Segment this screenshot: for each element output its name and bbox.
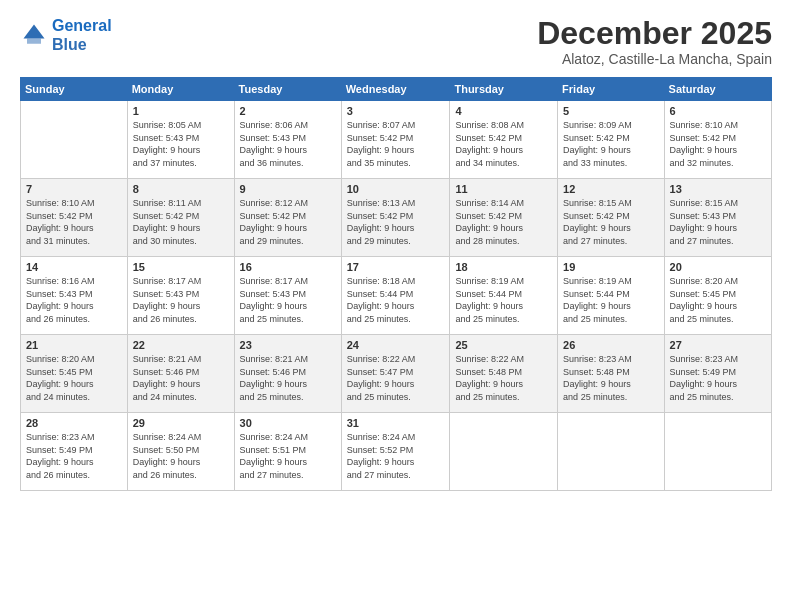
day-cell: 22Sunrise: 8:21 AM Sunset: 5:46 PM Dayli… [127, 335, 234, 413]
day-number: 25 [455, 339, 552, 351]
day-info: Sunrise: 8:24 AM Sunset: 5:52 PM Dayligh… [347, 431, 445, 481]
day-cell: 11Sunrise: 8:14 AM Sunset: 5:42 PM Dayli… [450, 179, 558, 257]
day-cell: 21Sunrise: 8:20 AM Sunset: 5:45 PM Dayli… [21, 335, 128, 413]
logo-line2: Blue [52, 36, 87, 53]
day-number: 12 [563, 183, 658, 195]
day-info: Sunrise: 8:20 AM Sunset: 5:45 PM Dayligh… [670, 275, 766, 325]
day-cell: 15Sunrise: 8:17 AM Sunset: 5:43 PM Dayli… [127, 257, 234, 335]
day-number: 22 [133, 339, 229, 351]
day-number: 7 [26, 183, 122, 195]
day-info: Sunrise: 8:24 AM Sunset: 5:51 PM Dayligh… [240, 431, 336, 481]
day-number: 18 [455, 261, 552, 273]
day-number: 20 [670, 261, 766, 273]
day-info: Sunrise: 8:19 AM Sunset: 5:44 PM Dayligh… [563, 275, 658, 325]
title-area: December 2025 Alatoz, Castille-La Mancha… [537, 16, 772, 67]
day-info: Sunrise: 8:15 AM Sunset: 5:42 PM Dayligh… [563, 197, 658, 247]
day-info: Sunrise: 8:22 AM Sunset: 5:48 PM Dayligh… [455, 353, 552, 403]
week-row-2: 7Sunrise: 8:10 AM Sunset: 5:42 PM Daylig… [21, 179, 772, 257]
day-number: 9 [240, 183, 336, 195]
day-number: 27 [670, 339, 766, 351]
day-info: Sunrise: 8:09 AM Sunset: 5:42 PM Dayligh… [563, 119, 658, 169]
day-info: Sunrise: 8:12 AM Sunset: 5:42 PM Dayligh… [240, 197, 336, 247]
day-info: Sunrise: 8:23 AM Sunset: 5:49 PM Dayligh… [26, 431, 122, 481]
day-cell: 4Sunrise: 8:08 AM Sunset: 5:42 PM Daylig… [450, 101, 558, 179]
day-info: Sunrise: 8:22 AM Sunset: 5:47 PM Dayligh… [347, 353, 445, 403]
day-number: 21 [26, 339, 122, 351]
day-cell: 6Sunrise: 8:10 AM Sunset: 5:42 PM Daylig… [664, 101, 771, 179]
day-info: Sunrise: 8:23 AM Sunset: 5:48 PM Dayligh… [563, 353, 658, 403]
svg-rect-1 [27, 39, 41, 44]
day-info: Sunrise: 8:08 AM Sunset: 5:42 PM Dayligh… [455, 119, 552, 169]
day-cell: 13Sunrise: 8:15 AM Sunset: 5:43 PM Dayli… [664, 179, 771, 257]
header-cell-sunday: Sunday [21, 78, 128, 101]
day-info: Sunrise: 8:06 AM Sunset: 5:43 PM Dayligh… [240, 119, 336, 169]
day-info: Sunrise: 8:19 AM Sunset: 5:44 PM Dayligh… [455, 275, 552, 325]
day-number: 23 [240, 339, 336, 351]
day-info: Sunrise: 8:21 AM Sunset: 5:46 PM Dayligh… [240, 353, 336, 403]
header-cell-thursday: Thursday [450, 78, 558, 101]
day-number: 6 [670, 105, 766, 117]
day-cell: 26Sunrise: 8:23 AM Sunset: 5:48 PM Dayli… [558, 335, 664, 413]
location-title: Alatoz, Castille-La Mancha, Spain [537, 51, 772, 67]
day-cell [558, 413, 664, 491]
day-cell: 19Sunrise: 8:19 AM Sunset: 5:44 PM Dayli… [558, 257, 664, 335]
day-info: Sunrise: 8:18 AM Sunset: 5:44 PM Dayligh… [347, 275, 445, 325]
header-row: SundayMondayTuesdayWednesdayThursdayFrid… [21, 78, 772, 101]
logo-line1: General [52, 17, 112, 34]
day-cell: 9Sunrise: 8:12 AM Sunset: 5:42 PM Daylig… [234, 179, 341, 257]
day-cell: 12Sunrise: 8:15 AM Sunset: 5:42 PM Dayli… [558, 179, 664, 257]
day-info: Sunrise: 8:07 AM Sunset: 5:42 PM Dayligh… [347, 119, 445, 169]
day-cell: 25Sunrise: 8:22 AM Sunset: 5:48 PM Dayli… [450, 335, 558, 413]
day-info: Sunrise: 8:10 AM Sunset: 5:42 PM Dayligh… [26, 197, 122, 247]
day-cell: 28Sunrise: 8:23 AM Sunset: 5:49 PM Dayli… [21, 413, 128, 491]
day-number: 2 [240, 105, 336, 117]
week-row-5: 28Sunrise: 8:23 AM Sunset: 5:49 PM Dayli… [21, 413, 772, 491]
header: General Blue December 2025 Alatoz, Casti… [20, 16, 772, 67]
day-cell [21, 101, 128, 179]
header-cell-wednesday: Wednesday [341, 78, 450, 101]
day-cell: 5Sunrise: 8:09 AM Sunset: 5:42 PM Daylig… [558, 101, 664, 179]
day-number: 5 [563, 105, 658, 117]
day-cell: 30Sunrise: 8:24 AM Sunset: 5:51 PM Dayli… [234, 413, 341, 491]
day-info: Sunrise: 8:24 AM Sunset: 5:50 PM Dayligh… [133, 431, 229, 481]
day-number: 16 [240, 261, 336, 273]
day-number: 28 [26, 417, 122, 429]
day-info: Sunrise: 8:16 AM Sunset: 5:43 PM Dayligh… [26, 275, 122, 325]
day-cell: 14Sunrise: 8:16 AM Sunset: 5:43 PM Dayli… [21, 257, 128, 335]
day-number: 29 [133, 417, 229, 429]
day-info: Sunrise: 8:21 AM Sunset: 5:46 PM Dayligh… [133, 353, 229, 403]
day-info: Sunrise: 8:20 AM Sunset: 5:45 PM Dayligh… [26, 353, 122, 403]
day-number: 19 [563, 261, 658, 273]
day-info: Sunrise: 8:10 AM Sunset: 5:42 PM Dayligh… [670, 119, 766, 169]
day-cell: 23Sunrise: 8:21 AM Sunset: 5:46 PM Dayli… [234, 335, 341, 413]
day-info: Sunrise: 8:17 AM Sunset: 5:43 PM Dayligh… [133, 275, 229, 325]
calendar-table: SundayMondayTuesdayWednesdayThursdayFrid… [20, 77, 772, 491]
page: General Blue December 2025 Alatoz, Casti… [0, 0, 792, 612]
day-cell: 3Sunrise: 8:07 AM Sunset: 5:42 PM Daylig… [341, 101, 450, 179]
day-number: 24 [347, 339, 445, 351]
header-cell-monday: Monday [127, 78, 234, 101]
day-cell: 2Sunrise: 8:06 AM Sunset: 5:43 PM Daylig… [234, 101, 341, 179]
day-cell [450, 413, 558, 491]
day-number: 13 [670, 183, 766, 195]
logo: General Blue [20, 16, 112, 54]
header-cell-saturday: Saturday [664, 78, 771, 101]
day-number: 11 [455, 183, 552, 195]
day-cell: 10Sunrise: 8:13 AM Sunset: 5:42 PM Dayli… [341, 179, 450, 257]
day-number: 30 [240, 417, 336, 429]
day-number: 15 [133, 261, 229, 273]
logo-text: General Blue [52, 16, 112, 54]
day-number: 4 [455, 105, 552, 117]
day-info: Sunrise: 8:17 AM Sunset: 5:43 PM Dayligh… [240, 275, 336, 325]
month-title: December 2025 [537, 16, 772, 51]
day-cell: 24Sunrise: 8:22 AM Sunset: 5:47 PM Dayli… [341, 335, 450, 413]
day-info: Sunrise: 8:13 AM Sunset: 5:42 PM Dayligh… [347, 197, 445, 247]
day-cell: 1Sunrise: 8:05 AM Sunset: 5:43 PM Daylig… [127, 101, 234, 179]
day-number: 26 [563, 339, 658, 351]
week-row-3: 14Sunrise: 8:16 AM Sunset: 5:43 PM Dayli… [21, 257, 772, 335]
day-cell: 8Sunrise: 8:11 AM Sunset: 5:42 PM Daylig… [127, 179, 234, 257]
day-info: Sunrise: 8:14 AM Sunset: 5:42 PM Dayligh… [455, 197, 552, 247]
logo-icon [20, 21, 48, 49]
day-number: 3 [347, 105, 445, 117]
day-cell: 20Sunrise: 8:20 AM Sunset: 5:45 PM Dayli… [664, 257, 771, 335]
